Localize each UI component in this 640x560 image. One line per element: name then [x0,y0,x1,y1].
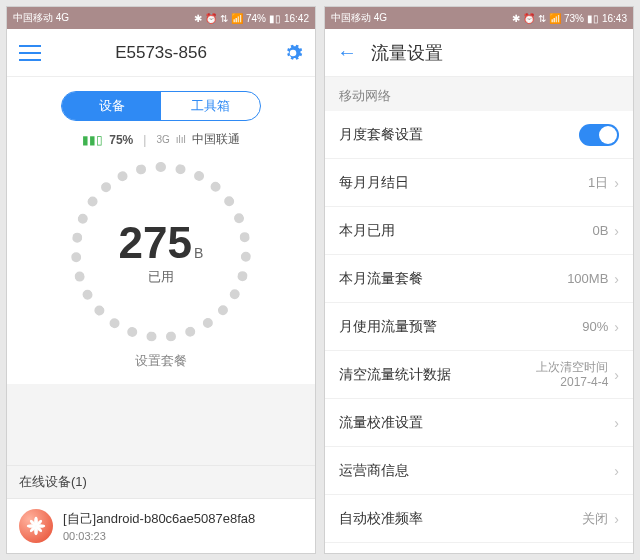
back-button[interactable]: ← [337,41,357,64]
chevron-right-icon: › [614,367,619,383]
settings-screen: 中国移动 4G ✱ ⏰ ⇅ 📶 73% ▮▯ 16:43 ← 流量设置 移动网络… [324,6,634,554]
alarm-icon: ⏰ [205,13,217,24]
toggle-on[interactable] [579,124,619,146]
online-devices-header: 在线设备(1) [7,465,315,499]
status-row: ▮▮▯ 75% | 3G ılıl 中国联通 [7,131,315,148]
device-duration: 00:03:23 [63,530,255,542]
clock: 16:42 [284,13,309,24]
settings-button[interactable] [271,43,303,63]
carrier-label: 中国移动 4G [13,11,69,25]
signal-bars: ılıl [176,134,186,145]
battery-icon: ▮▮▯ [82,133,103,147]
operator-label: 中国联通 [192,131,240,148]
device-row[interactable]: [自己]android-b80c6ae5087e8fa8 00:03:23 [7,499,315,553]
signal-icon: 📶 [231,13,243,24]
titlebar: ← 流量设置 [325,29,633,77]
battery-icon: ▮▯ [269,13,281,24]
carrier-label: 中国移动 4G [331,11,387,25]
signal-icon: 📶 [549,13,561,24]
titlebar: E5573s-856 [7,29,315,77]
battery-pct: 74% [246,13,266,24]
network-type: 3G [156,134,169,145]
cell-op-info[interactable]: 运营商信息 › [325,447,633,495]
chevron-right-icon: › [614,415,619,431]
chevron-right-icon: › [614,463,619,479]
device-screen: 中国移动 4G ✱ ⏰ ⇅ 📶 74% ▮▯ 16:42 E5573s-856 … [6,6,316,554]
cell-bill-day[interactable]: 每月月结日 1日› [325,159,633,207]
chevron-right-icon: › [614,271,619,287]
tab-device[interactable]: 设备 [62,92,161,120]
cell-used-month[interactable]: 本月已用 0B› [325,207,633,255]
wifi-icon: ⇅ [220,13,228,24]
cell-auto-freq[interactable]: 自动校准频率 关闭› [325,495,633,543]
page-title: E5573s-856 [51,43,271,63]
usage-value: 275 [119,218,192,268]
status-bar: 中国移动 4G ✱ ⏰ ⇅ 📶 74% ▮▯ 16:42 [7,7,315,29]
bluetooth-icon: ✱ [512,13,520,24]
cell-warn[interactable]: 月使用流量预警 90%› [325,303,633,351]
chevron-right-icon: › [614,511,619,527]
cell-plan-month[interactable]: 本月流量套餐 100MB› [325,255,633,303]
chevron-right-icon: › [614,175,619,191]
battery-pct: 75% [109,133,133,147]
battery-icon: ▮▯ [587,13,599,24]
huawei-icon [19,509,53,543]
cell-monthly-plan[interactable]: 月度套餐设置 [325,111,633,159]
device-name: [自己]android-b80c6ae5087e8fa8 [63,510,255,528]
page-title: 流量设置 [371,41,443,65]
usage-dial[interactable]: 275 B 已用 [71,162,251,342]
segmented-control: 设备 工具箱 [61,91,261,121]
chevron-right-icon: › [614,319,619,335]
clock: 16:43 [602,13,627,24]
cell-calib[interactable]: 流量校准设置 › [325,399,633,447]
usage-unit: B [194,245,203,261]
bluetooth-icon: ✱ [194,13,202,24]
group-header: 移动网络 [325,77,633,111]
cell-clear[interactable]: 清空流量统计数据 上次清空时间2017-4-4› [325,351,633,399]
wifi-icon: ⇅ [538,13,546,24]
chevron-right-icon: › [614,223,619,239]
alarm-icon: ⏰ [523,13,535,24]
battery-pct: 73% [564,13,584,24]
menu-button[interactable] [19,45,51,61]
status-bar: 中国移动 4G ✱ ⏰ ⇅ 📶 73% ▮▯ 16:43 [325,7,633,29]
set-plan-link[interactable]: 设置套餐 [7,352,315,370]
settings-list: 移动网络 月度套餐设置 每月月结日 1日› 本月已用 0B› 本月流量套餐 10… [325,77,633,543]
usage-label: 已用 [148,268,174,286]
tab-toolbox[interactable]: 工具箱 [161,92,260,120]
